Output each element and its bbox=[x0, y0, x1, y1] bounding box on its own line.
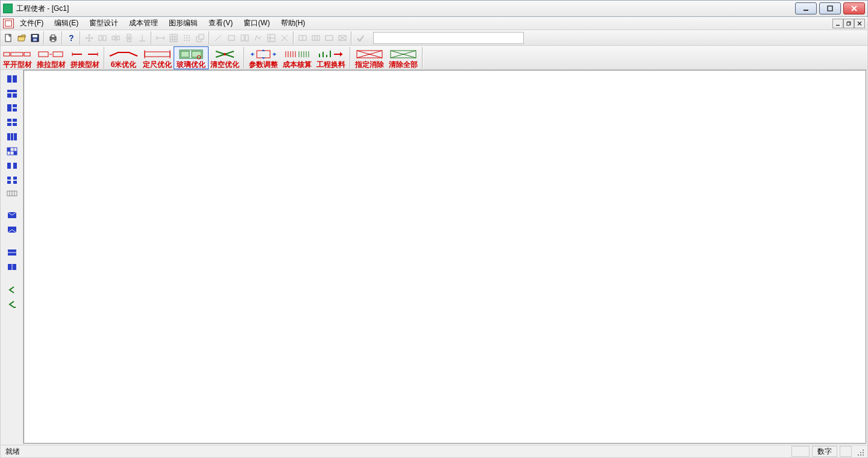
svg-rect-147 bbox=[858, 454, 859, 456]
toolbar-input[interactable] bbox=[373, 32, 524, 44]
svg-rect-12 bbox=[33, 39, 37, 41]
window-type-4-button[interactable] bbox=[5, 116, 19, 129]
svg-rect-68 bbox=[53, 52, 63, 57]
design-canvas[interactable] bbox=[24, 70, 866, 444]
svg-rect-1 bbox=[828, 6, 832, 11]
swap-material-label: 工程换料 bbox=[316, 60, 345, 69]
shape4-button[interactable] bbox=[336, 31, 349, 45]
svg-rect-106 bbox=[7, 75, 11, 83]
window-type-2-button[interactable] bbox=[5, 87, 19, 100]
close-button[interactable] bbox=[843, 2, 865, 14]
view-4-button[interactable] bbox=[5, 260, 19, 274]
remove-one-button[interactable]: 指定消除 bbox=[353, 47, 386, 69]
copy-tool-button[interactable] bbox=[96, 31, 109, 45]
svg-rect-17 bbox=[99, 36, 102, 40]
svg-point-37 bbox=[189, 35, 190, 36]
opt-glass-icon bbox=[175, 48, 207, 60]
multi-rect-button[interactable] bbox=[238, 31, 251, 45]
line-tool-button[interactable] bbox=[212, 31, 225, 45]
maximize-button[interactable] bbox=[819, 2, 841, 14]
mirror-h-button[interactable] bbox=[109, 31, 122, 45]
profile-slide-button[interactable]: 推拉型材 bbox=[34, 47, 68, 69]
group-button[interactable] bbox=[265, 31, 278, 45]
svg-rect-107 bbox=[13, 75, 17, 83]
open-file-button[interactable] bbox=[15, 31, 28, 45]
move-tool-button[interactable] bbox=[83, 31, 96, 45]
rotate-button[interactable] bbox=[136, 31, 149, 45]
svg-rect-15 bbox=[51, 39, 55, 42]
help-button[interactable]: ? bbox=[64, 31, 78, 45]
view-2-button[interactable] bbox=[5, 223, 19, 236]
menu-cost[interactable]: 成本管理 bbox=[124, 17, 163, 30]
resize-grip-icon[interactable] bbox=[854, 446, 865, 457]
menu-file[interactable]: 文件(F) bbox=[15, 17, 48, 30]
opt-glass-button[interactable]: 玻璃优化 bbox=[174, 47, 208, 69]
svg-rect-112 bbox=[13, 104, 17, 107]
view-1-button[interactable] bbox=[5, 209, 19, 222]
menu-help[interactable]: 帮助(H) bbox=[276, 17, 310, 30]
cost-calc-button[interactable]: 成本核算 bbox=[280, 47, 314, 69]
svg-rect-18 bbox=[103, 36, 106, 40]
view-3-button[interactable] bbox=[5, 246, 19, 259]
menu-graphics[interactable]: 图形编辑 bbox=[164, 17, 203, 30]
window-type-9-button[interactable] bbox=[5, 188, 19, 199]
profile-join-button[interactable]: 拼接型材 bbox=[68, 47, 102, 69]
svg-rect-110 bbox=[13, 93, 17, 98]
poly-tool-button[interactable] bbox=[251, 31, 265, 45]
ungroup-button[interactable] bbox=[278, 31, 291, 45]
svg-rect-74 bbox=[145, 52, 170, 57]
mdi-minimize-button[interactable] bbox=[832, 19, 843, 28]
swap-material-icon bbox=[315, 48, 347, 60]
window-type-7-button[interactable] bbox=[5, 159, 19, 172]
remove-all-button[interactable]: 清除全部 bbox=[386, 47, 420, 69]
cost-calc-icon bbox=[281, 48, 313, 60]
menu-window[interactable]: 窗口(W) bbox=[239, 17, 274, 30]
mdi-restore-button[interactable] bbox=[843, 19, 854, 28]
shape2-button[interactable] bbox=[309, 31, 322, 45]
window-type-6-button[interactable] bbox=[5, 145, 19, 158]
layer-button[interactable] bbox=[193, 31, 207, 45]
window-type-3-button[interactable] bbox=[5, 101, 19, 114]
print-button[interactable] bbox=[46, 31, 60, 45]
opt-6m-button[interactable]: 6米优化 bbox=[107, 47, 140, 69]
new-file-button[interactable] bbox=[2, 31, 15, 45]
menu-view[interactable]: 查看(V) bbox=[204, 17, 237, 30]
status-cell-num: 数字 bbox=[812, 446, 837, 457]
mdi-close-button[interactable] bbox=[854, 19, 865, 28]
menu-edit[interactable]: 编辑(E) bbox=[49, 17, 83, 30]
opt-clear-label: 清空优化 bbox=[210, 60, 239, 69]
menu-design[interactable]: 窗型设计 bbox=[84, 17, 123, 30]
svg-rect-21 bbox=[117, 36, 119, 40]
swap-material-button[interactable]: 工程换料 bbox=[314, 47, 348, 69]
grid-button[interactable] bbox=[167, 31, 180, 45]
mirror-v-button[interactable] bbox=[122, 31, 136, 45]
minimize-button[interactable] bbox=[795, 2, 817, 14]
profile-flat-button[interactable]: 平开型材 bbox=[1, 47, 34, 69]
window-type-8-button[interactable] bbox=[5, 174, 19, 187]
shape3-button[interactable] bbox=[322, 31, 336, 45]
svg-rect-149 bbox=[863, 450, 864, 451]
profile-flat-label: 平开型材 bbox=[3, 60, 32, 69]
check-button[interactable] bbox=[354, 31, 367, 45]
svg-rect-24 bbox=[127, 39, 131, 42]
snap-button[interactable] bbox=[180, 31, 193, 45]
window-type-5-button[interactable] bbox=[5, 130, 19, 143]
dimension-button[interactable] bbox=[154, 31, 167, 45]
svg-point-39 bbox=[186, 37, 187, 39]
opt-fixed-button[interactable]: 定尺优化 bbox=[140, 47, 174, 69]
svg-text:?: ? bbox=[69, 33, 74, 43]
nav-left-2-button[interactable] bbox=[5, 298, 19, 311]
window-type-1-button[interactable] bbox=[5, 72, 19, 86]
save-file-button[interactable] bbox=[28, 31, 42, 45]
opt-clear-button[interactable]: 清空优化 bbox=[208, 47, 242, 69]
remove-all-icon bbox=[388, 48, 419, 60]
menubar: 文件(F) 编辑(E) 窗型设计 成本管理 图形编辑 查看(V) 窗口(W) 帮… bbox=[0, 17, 868, 30]
nav-left-button[interactable] bbox=[5, 283, 19, 296]
shape1-button[interactable] bbox=[296, 31, 309, 45]
param-adjust-button[interactable]: 参数调整 bbox=[247, 47, 280, 69]
status-text: 就绪 bbox=[3, 447, 789, 457]
document-icon[interactable] bbox=[3, 19, 14, 28]
profile-join-label: 拼接型材 bbox=[71, 60, 99, 69]
svg-rect-14 bbox=[51, 35, 55, 37]
rect-tool-button[interactable] bbox=[225, 31, 238, 45]
